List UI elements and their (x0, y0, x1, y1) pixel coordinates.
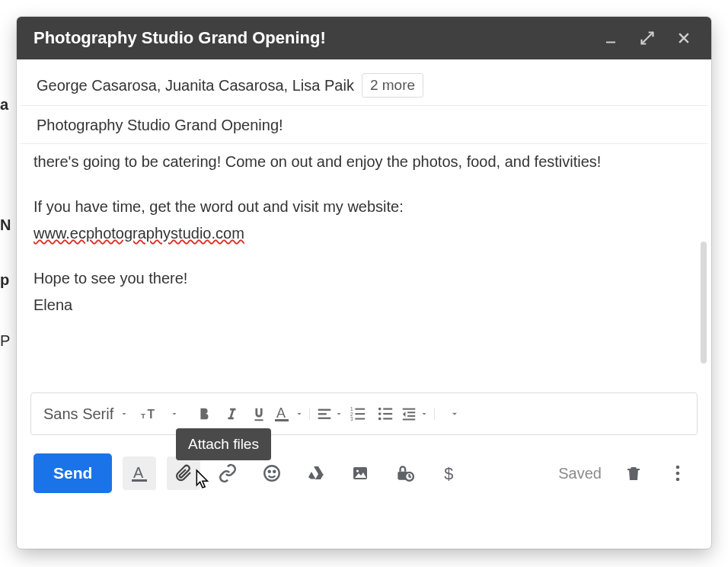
svg-point-28 (274, 471, 276, 472)
font-family-label: Sans Serif (43, 405, 117, 423)
svg-point-30 (356, 469, 359, 472)
svg-point-16 (378, 418, 382, 421)
body-paragraph: If you have time, get the word out and v… (34, 195, 694, 219)
recipients-row[interactable]: George Casarosa, Juanita Casarosa, Lisa … (20, 59, 708, 106)
insert-link-button[interactable] (211, 456, 244, 490)
body-signature: Elena (34, 293, 694, 317)
numbered-list-button[interactable]: 123 (345, 399, 371, 429)
fullscreen-button[interactable] (637, 30, 658, 46)
body-paragraph: Hope to see you there! (34, 267, 694, 290)
svg-point-34 (676, 466, 680, 469)
attach-files-button[interactable] (167, 456, 200, 490)
svg-rect-25 (132, 479, 147, 482)
svg-text:T: T (148, 408, 155, 421)
svg-text:A: A (276, 405, 286, 421)
svg-point-36 (676, 478, 680, 482)
minimize-button[interactable] (600, 31, 621, 45)
scrollbar[interactable] (701, 242, 707, 364)
compose-titlebar: Photography Studio Grand Opening! (17, 17, 711, 59)
italic-button[interactable] (219, 399, 244, 429)
bg-letter: p (0, 271, 9, 289)
svg-rect-13 (356, 418, 366, 420)
more-options-button[interactable] (661, 456, 694, 490)
svg-point-27 (269, 471, 270, 472)
svg-rect-20 (403, 408, 416, 410)
svg-text:T: T (141, 412, 145, 420)
align-button[interactable] (316, 399, 343, 429)
svg-rect-17 (384, 408, 393, 409)
compose-title: Photography Studio Grand Opening! (34, 28, 600, 48)
underline-button[interactable] (246, 399, 272, 429)
close-button[interactable] (673, 30, 694, 46)
svg-rect-21 (407, 412, 415, 413)
message-body[interactable]: there's going to be catering! Come on ou… (17, 144, 711, 388)
compose-action-bar: Send A $ Saved (17, 435, 711, 498)
more-recipients-chip[interactable]: 2 more (362, 73, 423, 98)
formatting-toggle-button[interactable]: A (123, 456, 156, 490)
svg-rect-0 (606, 42, 615, 43)
svg-text:3: 3 (350, 416, 353, 421)
svg-point-15 (378, 412, 382, 415)
saved-indicator: Saved (558, 465, 602, 482)
text-color-button[interactable]: A (273, 399, 304, 429)
svg-rect-12 (356, 413, 366, 415)
recipients-text: George Casarosa, Juanita Casarosa, Lisa … (37, 77, 354, 94)
formatting-toolbar: Sans Serif TT A 123 (30, 392, 698, 435)
svg-point-14 (378, 408, 382, 411)
svg-rect-4 (275, 419, 289, 421)
body-link[interactable]: www.ecphotographystudio.com (34, 225, 244, 242)
insert-drive-button[interactable] (299, 456, 333, 490)
svg-rect-19 (384, 418, 393, 419)
compose-window: Photography Studio Grand Opening! George… (17, 17, 711, 549)
insert-emoji-button[interactable] (255, 456, 289, 490)
svg-rect-5 (318, 409, 331, 411)
svg-rect-22 (407, 415, 415, 417)
svg-rect-23 (403, 418, 416, 420)
more-formatting-button[interactable] (441, 399, 467, 429)
discard-draft-button[interactable] (617, 456, 650, 490)
subject-text: Photography Studio Grand Opening! (37, 117, 283, 133)
confidential-mode-button[interactable] (388, 456, 421, 490)
bg-letter: a (0, 96, 8, 114)
svg-text:A: A (133, 464, 144, 481)
request-money-button[interactable]: $ (432, 456, 465, 490)
bold-button[interactable] (191, 399, 217, 429)
svg-point-35 (676, 472, 680, 476)
svg-rect-18 (384, 413, 393, 415)
send-button[interactable]: Send (34, 453, 112, 493)
bg-letter: P (0, 332, 10, 350)
svg-rect-11 (356, 408, 366, 410)
font-family-picker[interactable]: Sans Serif (39, 405, 133, 423)
font-size-picker[interactable]: TT (136, 405, 184, 423)
indent-button[interactable] (400, 399, 429, 429)
bg-letter: N (0, 216, 11, 234)
svg-rect-6 (318, 413, 327, 415)
bullet-list-button[interactable] (372, 399, 398, 429)
insert-photo-button[interactable] (343, 456, 377, 490)
attach-tooltip: Attach files (176, 428, 271, 460)
svg-rect-7 (318, 418, 331, 419)
svg-text:$: $ (445, 464, 454, 483)
svg-point-26 (265, 466, 280, 481)
body-paragraph: there's going to be catering! Come on ou… (34, 150, 694, 174)
subject-row[interactable]: Photography Studio Grand Opening! (20, 106, 708, 144)
